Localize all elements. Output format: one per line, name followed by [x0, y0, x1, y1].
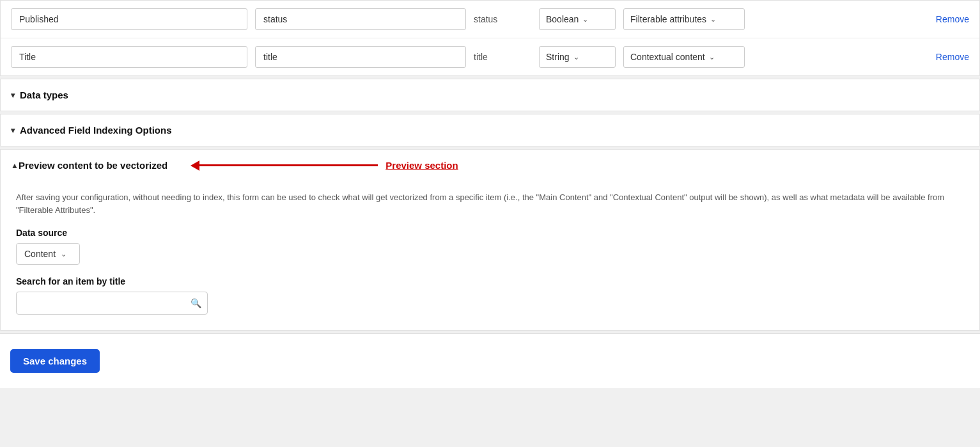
arrow-line — [199, 164, 378, 166]
preview-header[interactable]: ▲ Preview content to be vectorized Previ… — [1, 150, 979, 181]
chevron-down-icon: ▾ — [11, 126, 15, 135]
advanced-label: Advanced Field Indexing Options — [20, 125, 172, 136]
search-label: Search for an item by title — [16, 276, 964, 286]
advanced-header[interactable]: ▾ Advanced Field Indexing Options — [1, 114, 979, 146]
attribute-select-published[interactable]: Filterable attributes ⌄ — [623, 8, 745, 30]
chevron-down-icon: ⌄ — [582, 15, 588, 24]
data-source-select[interactable]: Content ⌄ — [16, 243, 80, 265]
chevron-down-icon: ⌄ — [573, 53, 579, 61]
search-icon: 🔍 — [191, 298, 201, 308]
section-data-types: ▾ Data types — [0, 79, 980, 111]
remove-button-published[interactable]: Remove — [936, 14, 969, 24]
data-source-label: Data source — [16, 228, 964, 238]
preview-label: Preview content to be vectorized — [19, 160, 167, 171]
type-select-title[interactable]: String ⌄ — [539, 46, 616, 68]
section-advanced: ▾ Advanced Field Indexing Options — [0, 114, 980, 146]
preview-content: After saving your configuration, without… — [1, 181, 979, 330]
label-input-published[interactable] — [11, 8, 247, 30]
preview-annotation: Preview section — [191, 160, 458, 171]
chevron-down-icon: ⌄ — [710, 15, 716, 24]
page-wrapper: status Boolean ⌄ Filterable attributes ⌄… — [0, 0, 980, 447]
type-select-label-published: Boolean — [546, 14, 579, 24]
key-input-published[interactable] — [255, 8, 466, 30]
preview-header-row: ▲ Preview content to be vectorized Previ… — [11, 160, 969, 171]
table-row: status Boolean ⌄ Filterable attributes ⌄… — [1, 1, 979, 38]
section-preview: ▲ Preview content to be vectorized Previ… — [0, 149, 980, 331]
annotation-label: Preview section — [385, 160, 458, 171]
chevron-up-icon: ▲ — [11, 161, 19, 170]
search-input[interactable] — [16, 292, 208, 315]
chevron-down-icon: ⌄ — [61, 250, 66, 258]
search-container: 🔍 — [16, 292, 208, 315]
type-text-title: title — [474, 52, 531, 62]
label-input-title[interactable] — [11, 46, 247, 68]
attribute-select-label-title: Contextual content — [630, 52, 705, 62]
type-select-published[interactable]: Boolean ⌄ — [539, 8, 616, 30]
table-row: title String ⌄ Contextual content ⌄ Remo… — [1, 38, 979, 75]
data-types-label: Data types — [20, 90, 68, 100]
remove-button-title[interactable]: Remove — [936, 52, 969, 62]
footer-bar: Save changes — [0, 333, 980, 388]
arrow-head-icon — [191, 161, 199, 171]
attribute-select-title[interactable]: Contextual content ⌄ — [623, 46, 745, 68]
rows-container: status Boolean ⌄ Filterable attributes ⌄… — [0, 0, 980, 76]
preview-description: After saving your configuration, without… — [16, 181, 964, 216]
attribute-select-label-published: Filterable attributes — [630, 14, 706, 24]
chevron-down-icon: ▾ — [11, 91, 15, 100]
key-input-title[interactable] — [255, 46, 466, 68]
data-source-value: Content — [24, 249, 56, 259]
type-select-label-title: String — [546, 52, 570, 62]
data-types-header[interactable]: ▾ Data types — [1, 79, 979, 111]
chevron-down-icon: ⌄ — [709, 53, 715, 61]
type-text-published: status — [474, 14, 531, 24]
save-button[interactable]: Save changes — [10, 349, 100, 373]
